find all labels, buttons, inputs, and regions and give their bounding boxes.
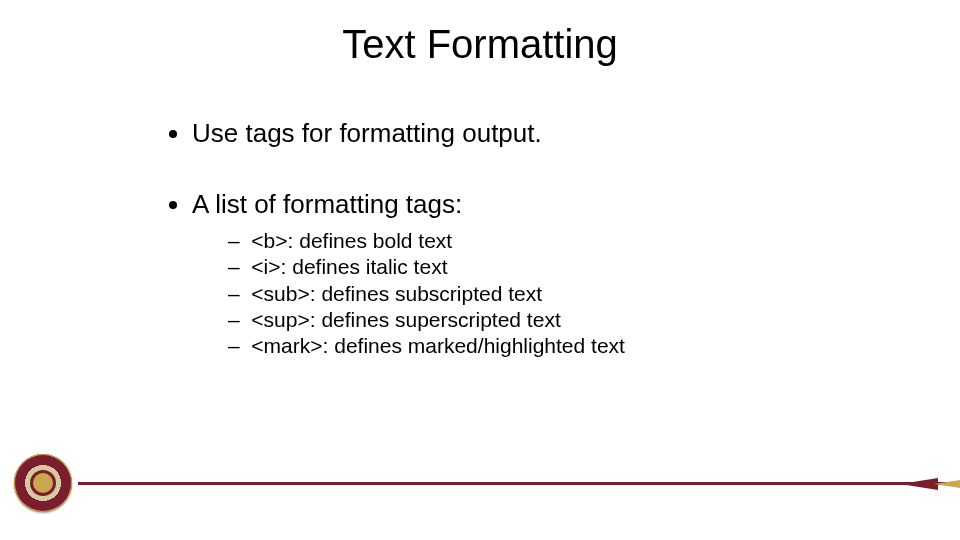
slide-footer: [0, 454, 960, 514]
slide: Text Formatting Use tags for formatting …: [0, 0, 960, 540]
sub-bullet-item: <i>: defines italic text: [228, 254, 880, 280]
university-seal-icon: [14, 454, 72, 512]
svg-marker-0: [900, 478, 938, 490]
bullet-list: Use tags for formatting output. A list o…: [170, 118, 880, 359]
spear-icon: [900, 476, 960, 492]
divider-line: [78, 482, 960, 485]
sub-bullet-list: <b>: defines bold text <i>: defines ital…: [192, 228, 880, 359]
slide-title: Text Formatting: [0, 22, 960, 67]
slide-content: Use tags for formatting output. A list o…: [170, 118, 880, 399]
sub-bullet-item: <b>: defines bold text: [228, 228, 880, 254]
bullet-item: Use tags for formatting output.: [192, 118, 880, 149]
sub-bullet-item: <mark>: defines marked/highlighted text: [228, 333, 880, 359]
bullet-item: A list of formatting tags: <b>: defines …: [192, 189, 880, 359]
bullet-text: A list of formatting tags:: [192, 189, 462, 219]
sub-bullet-item: <sup>: defines superscripted text: [228, 307, 880, 333]
sub-bullet-item: <sub>: defines subscripted text: [228, 281, 880, 307]
